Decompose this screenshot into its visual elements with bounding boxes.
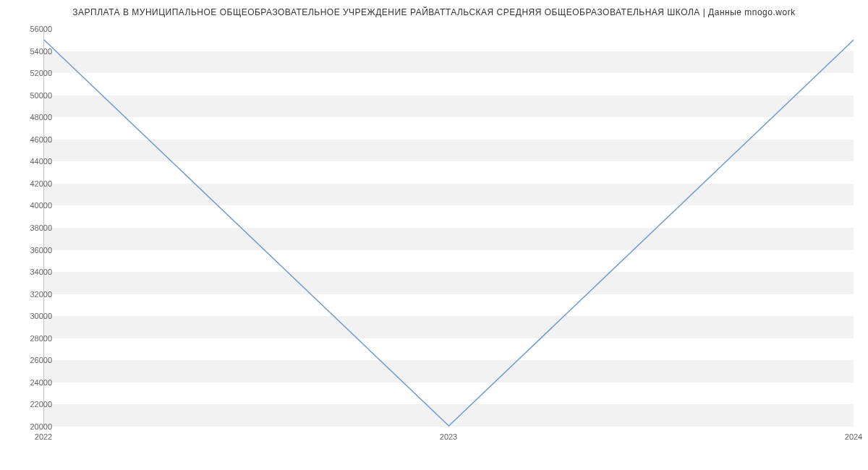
y-axis-tick: 42000 xyxy=(9,179,52,188)
y-axis-tick: 44000 xyxy=(9,157,52,166)
y-axis-tick: 36000 xyxy=(9,246,52,255)
y-axis-tick: 22000 xyxy=(9,400,52,409)
x-axis-tick: 2023 xyxy=(440,432,457,441)
chart-title: ЗАРПЛАТА В МУНИЦИПАЛЬНОЕ ОБЩЕОБРАЗОВАТЕЛ… xyxy=(0,7,868,17)
y-axis-tick: 56000 xyxy=(9,25,52,33)
x-axis-tick: 2024 xyxy=(845,432,862,441)
y-axis-tick: 20000 xyxy=(9,422,52,431)
chart-container: ЗАРПЛАТА В МУНИЦИПАЛЬНОЕ ОБЩЕОБРАЗОВАТЕЛ… xyxy=(0,0,868,448)
y-axis-tick: 26000 xyxy=(9,356,52,364)
x-axis-tick: 2022 xyxy=(35,432,52,441)
y-axis-tick: 46000 xyxy=(9,135,52,144)
y-axis-tick: 24000 xyxy=(9,378,52,387)
y-axis-tick: 34000 xyxy=(9,268,52,276)
y-axis-tick: 32000 xyxy=(9,290,52,299)
y-axis-tick: 52000 xyxy=(9,69,52,77)
y-axis-tick: 28000 xyxy=(9,334,52,343)
y-axis-tick: 40000 xyxy=(9,201,52,210)
series-line xyxy=(44,40,854,426)
y-axis-tick: 48000 xyxy=(9,113,52,121)
plot-area xyxy=(43,29,854,427)
line-series xyxy=(44,29,854,426)
y-axis-tick: 50000 xyxy=(9,91,52,100)
y-axis-tick: 30000 xyxy=(9,312,52,320)
y-axis-tick: 54000 xyxy=(9,47,52,56)
y-axis-tick: 38000 xyxy=(9,223,52,232)
